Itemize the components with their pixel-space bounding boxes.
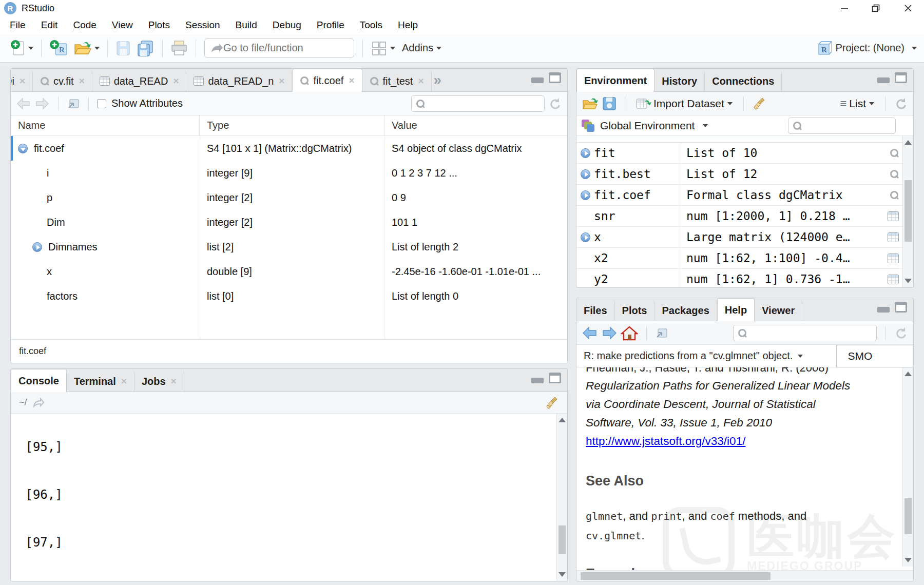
- menu-session[interactable]: Session: [178, 17, 228, 33]
- maximize-panel-icon[interactable]: [895, 302, 907, 313]
- code-link-glmnet[interactable]: glmnet: [586, 510, 623, 522]
- table-row[interactable]: Dimnames list [2] List of length 2: [11, 235, 567, 259]
- menu-help[interactable]: Help: [390, 17, 426, 33]
- forward-icon[interactable]: [34, 97, 50, 110]
- environment-row[interactable]: x2 num [1:62, 1:100] -0.4…: [576, 248, 913, 269]
- collapse-icon[interactable]: [18, 144, 28, 153]
- menu-code[interactable]: Code: [65, 17, 104, 33]
- tab-help[interactable]: Help: [717, 298, 755, 321]
- environment-row[interactable]: fit List of 10: [576, 143, 913, 164]
- scroll-down-icon[interactable]: [559, 572, 566, 577]
- minimize-panel-icon[interactable]: [877, 77, 890, 83]
- environment-view-mode-button[interactable]: ≡ List: [837, 95, 877, 112]
- view-data-grid-icon[interactable]: [888, 254, 899, 263]
- tab-fit-coef[interactable]: fit.coef×: [292, 69, 362, 92]
- minimize-panel-icon[interactable]: [531, 378, 544, 383]
- import-dataset-button[interactable]: Import Dataset: [633, 95, 735, 112]
- scroll-up-icon[interactable]: [904, 140, 912, 145]
- close-tab-icon[interactable]: ×: [279, 75, 284, 87]
- tab-cv-fit[interactable]: cv.fit×: [33, 71, 92, 91]
- help-forward-icon[interactable]: [601, 326, 618, 340]
- load-workspace-icon[interactable]: [582, 96, 599, 111]
- new-file-dropdown-caret[interactable]: [28, 47, 33, 50]
- close-tab-icon[interactable]: ×: [418, 75, 424, 87]
- open-dropdown-caret[interactable]: [94, 47, 100, 50]
- tab-viewer[interactable]: Viewer: [755, 300, 802, 321]
- environment-row[interactable]: fit.coef Formal class dgCMatrix: [576, 185, 913, 206]
- table-row[interactable]: factors list [0] List of length 0: [11, 284, 567, 308]
- help-search-box[interactable]: [733, 325, 877, 341]
- open-new-window-icon[interactable]: [67, 98, 80, 110]
- close-tab-icon[interactable]: ×: [121, 376, 127, 387]
- table-row[interactable]: fit.coef S4 [101 x 1] (Matrix::dgCMatrix…: [11, 136, 567, 161]
- environment-scope-caret[interactable]: [703, 124, 708, 127]
- tab-plots[interactable]: Plots: [615, 300, 655, 321]
- column-header-type[interactable]: Type: [200, 115, 384, 135]
- menu-file[interactable]: File: [2, 17, 33, 33]
- environment-search-box[interactable]: [788, 118, 896, 134]
- inspect-object-icon[interactable]: [890, 148, 899, 158]
- table-row[interactable]: p integer [2] 0 9: [11, 185, 567, 210]
- expand-icon[interactable]: [581, 232, 590, 242]
- minimize-panel-icon[interactable]: [877, 307, 890, 313]
- save-button[interactable]: [113, 38, 133, 59]
- inspect-object-icon[interactable]: [890, 190, 899, 200]
- tab-files[interactable]: Files: [576, 300, 615, 321]
- find-in-topic-box[interactable]: [836, 345, 913, 367]
- menu-plots[interactable]: Plots: [141, 17, 178, 33]
- refresh-icon[interactable]: [548, 96, 562, 111]
- close-tab-icon[interactable]: ×: [20, 75, 25, 87]
- environment-scrollbar[interactable]: [902, 136, 913, 287]
- inspect-object-icon[interactable]: [890, 169, 899, 179]
- scrollbar-thumb[interactable]: [904, 180, 912, 242]
- open-new-window-icon[interactable]: [655, 327, 668, 339]
- viewer-search-box[interactable]: [411, 95, 545, 112]
- save-all-button[interactable]: [133, 37, 157, 59]
- project-menu-button[interactable]: R Project: (None): [816, 40, 917, 56]
- help-back-icon[interactable]: [582, 326, 598, 340]
- scroll-down-icon[interactable]: [904, 558, 912, 562]
- table-row[interactable]: i integer [9] 0 1 2 3 7 12 ...: [11, 161, 567, 185]
- menu-view[interactable]: View: [104, 17, 141, 33]
- panes-layout-button[interactable]: [368, 38, 398, 58]
- new-file-button[interactable]: [7, 37, 36, 59]
- addins-button[interactable]: Addins: [398, 42, 446, 54]
- minimize-panel-icon[interactable]: [531, 77, 544, 83]
- code-link-cv-glmnet[interactable]: cv.glmnet: [586, 530, 641, 542]
- tab-history[interactable]: History: [654, 71, 705, 91]
- scroll-down-icon[interactable]: [904, 279, 912, 283]
- scrollbar-thumb[interactable]: [559, 525, 566, 554]
- scrollbar-thumb[interactable]: [581, 572, 771, 580]
- table-row[interactable]: Dim integer [2] 101 1: [11, 210, 567, 235]
- tab-terminal[interactable]: Terminal×: [67, 371, 134, 392]
- clear-console-broom-icon[interactable]: [545, 396, 559, 410]
- tab-di[interactable]: Di×: [10, 71, 33, 91]
- menu-build[interactable]: Build: [228, 17, 265, 33]
- help-search-input[interactable]: [750, 327, 872, 338]
- goto-file-function-box[interactable]: [204, 38, 354, 58]
- column-header-value[interactable]: Value: [384, 115, 567, 135]
- back-icon[interactable]: [16, 97, 31, 110]
- close-tab-icon[interactable]: ×: [173, 75, 179, 87]
- environment-row[interactable]: fit.best List of 12: [576, 164, 913, 185]
- view-data-grid-icon[interactable]: [888, 275, 899, 284]
- close-window-button[interactable]: [892, 0, 924, 16]
- print-button[interactable]: [168, 38, 190, 59]
- environment-row[interactable]: snr num [1:2000, 1] 0.218 …: [576, 206, 913, 227]
- tab-packages[interactable]: Packages: [654, 300, 717, 321]
- tab-fit-test[interactable]: fit_test×: [362, 71, 432, 91]
- tab-data-read-n[interactable]: data_READ_n×: [186, 71, 292, 91]
- environment-row[interactable]: x Large matrix (124000 e…: [576, 227, 913, 248]
- environment-search-input[interactable]: [805, 120, 891, 131]
- goto-directory-icon[interactable]: [32, 397, 45, 408]
- menu-edit[interactable]: Edit: [33, 17, 66, 33]
- clear-environment-broom-icon[interactable]: [752, 96, 766, 111]
- help-topic-title[interactable]: R: make predictions from a "cv.glmnet" o…: [584, 350, 793, 362]
- view-data-grid-icon[interactable]: [888, 211, 899, 221]
- table-row[interactable]: x double [9] -2.45e-16 -1.60e-01 -1.01e-…: [11, 259, 567, 284]
- help-vertical-scrollbar[interactable]: [902, 367, 913, 567]
- goto-file-function-input[interactable]: [223, 42, 349, 54]
- console-output[interactable]: [95,] [96,] [97,] [98,] [99,] [100,] > r…: [11, 414, 567, 581]
- console-scrollbar[interactable]: [556, 414, 567, 581]
- environment-row[interactable]: y2 num [1:62, 1] 0.736 -1…: [576, 269, 913, 287]
